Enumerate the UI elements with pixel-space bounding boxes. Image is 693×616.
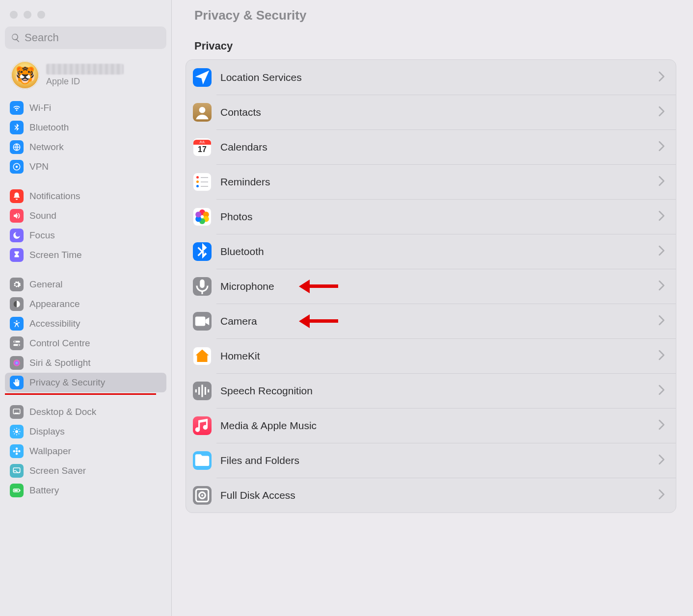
privacy-row-label: Reminders [220,176,649,188]
sidebar-item-screentime[interactable]: Screen Time [5,245,166,265]
privacy-row-photos[interactable]: Photos [186,199,676,234]
sidebar-item-label: Focus [29,230,55,241]
minimize-window-button[interactable] [24,11,31,19]
privacy-row-camera[interactable]: Camera [186,304,676,338]
chevron-right-icon [658,385,665,397]
privacy-row-label: Full Disk Access [220,489,649,501]
chevron-right-icon [658,454,665,467]
privacy-row-location[interactable]: Location Services [186,60,676,95]
sidebar-item-screensaver[interactable]: Screen Saver [5,461,166,481]
siri-icon [10,356,24,370]
window-controls [0,0,171,24]
privacy-row-label: Media & Apple Music [220,420,649,432]
sidebar-item-accessibility[interactable]: Accessibility [5,314,166,334]
sidebar-item-notifications[interactable]: Notifications [5,186,166,206]
chevron-right-icon [658,245,665,258]
privacy-row-homekit[interactable]: HomeKit [186,338,676,373]
zoom-window-button[interactable] [37,11,45,19]
photos-icon [193,207,212,226]
svg-rect-35 [208,389,209,392]
privacy-row-microphone[interactable]: Microphone [186,269,676,304]
privacy-row-label: Bluetooth [220,246,649,257]
sidebar-item-general[interactable]: General [5,275,166,294]
sidebar-item-network[interactable]: Network [5,137,166,157]
sidebar-item-label: Displays [29,426,65,437]
sidebar-item-label: Appearance [29,299,80,309]
location-arrow-icon [193,68,212,87]
sidebar-item-controlcentre[interactable]: Control Centre [5,334,166,353]
svg-rect-20 [20,490,21,491]
bluetooth-icon [10,121,24,134]
svg-point-9 [13,359,20,366]
privacy-row-speech[interactable]: Speech Recognition [186,373,676,408]
camera-icon [193,312,212,331]
sidebar-item-label: VPN [29,161,49,172]
sidebar-item-wallpaper[interactable]: Wallpaper [5,441,166,461]
privacy-row-label: Camera [220,315,649,327]
appearance-icon [10,297,24,311]
sidebar-item-label: Control Centre [29,338,90,349]
sidebar-item-label: General [29,279,63,290]
sidebar-item-wifi[interactable]: Wi-Fi [5,98,166,118]
sidebar-item-label: Screen Saver [29,465,86,476]
bell-icon [10,189,24,203]
svg-point-12 [15,430,18,433]
sidebar: 🐯 Apple ID Wi-FiBluetoothNetworkVPNNotif… [0,0,172,616]
sidebar-item-label: Wi-Fi [29,103,51,113]
svg-point-8 [18,344,19,346]
apple-id-account[interactable]: 🐯 Apple ID [0,54,171,95]
privacy-row-contacts[interactable]: Contacts [186,95,676,129]
search-field[interactable] [5,26,166,49]
privacy-row-reminders[interactable]: Reminders [186,164,676,199]
sidebar-item-displays[interactable]: Displays [5,422,166,441]
section-title: Privacy [172,25,693,59]
music-icon [193,416,212,435]
home-icon [193,347,212,365]
privacy-row-label: Files and Folders [220,455,649,466]
sidebar-item-label: Sound [29,210,56,221]
screensaver-icon [10,464,24,478]
hand-icon [10,376,24,389]
svg-point-38 [201,494,203,496]
sidebar-item-siri[interactable]: Siri & Spotlight [5,353,166,373]
sidebar-item-label: Siri & Spotlight [29,358,91,368]
privacy-row-bluetooth[interactable]: Bluetooth [186,234,676,269]
hourglass-icon [10,248,24,262]
sidebar-item-label: Accessibility [29,318,80,329]
sidebar-item-label: Privacy & Security [29,377,105,388]
svg-rect-21 [14,490,18,491]
waveform-icon [193,382,212,400]
microphone-icon [193,277,212,296]
flower-icon [10,444,24,458]
moon-icon [10,229,24,242]
privacy-row-label: Microphone [220,281,649,292]
svg-point-7 [14,341,16,342]
sidebar-item-sound[interactable]: Sound [5,206,166,226]
sidebar-item-bluetooth[interactable]: Bluetooth [5,118,166,137]
privacy-row-media[interactable]: Media & Apple Music [186,408,676,443]
svg-point-14 [16,448,18,450]
sidebar-item-vpn[interactable]: VPN [5,157,166,177]
privacy-row-calendars[interactable]: JUL17Calendars [186,129,676,164]
titlebar: Privacy & Security [172,0,693,25]
privacy-row-fulldisk[interactable]: Full Disk Access [186,478,676,513]
bluetooth-icon [193,242,212,261]
svg-rect-30 [195,316,206,326]
chevron-right-icon [658,419,665,432]
chevron-right-icon [658,106,665,119]
svg-point-17 [18,450,21,453]
search-input[interactable] [25,31,160,44]
privacy-row-files[interactable]: Files and Folders [186,443,676,478]
close-window-button[interactable] [10,11,18,19]
svg-rect-33 [201,385,203,397]
sidebar-item-desktopdock[interactable]: Desktop & Dock [5,402,166,422]
sidebar-item-focus[interactable]: Focus [5,226,166,245]
globe-icon [10,140,24,154]
sidebar-item-privacy[interactable]: Privacy & Security [5,373,166,392]
sidebar-item-label: Battery [29,485,59,496]
switches-icon [10,336,24,350]
sidebar-item-appearance[interactable]: Appearance [5,294,166,314]
chevron-right-icon [658,315,665,328]
sidebar-item-battery[interactable]: Battery [5,481,166,500]
sidebar-list[interactable]: Wi-FiBluetoothNetworkVPNNotificationsSou… [0,95,171,616]
